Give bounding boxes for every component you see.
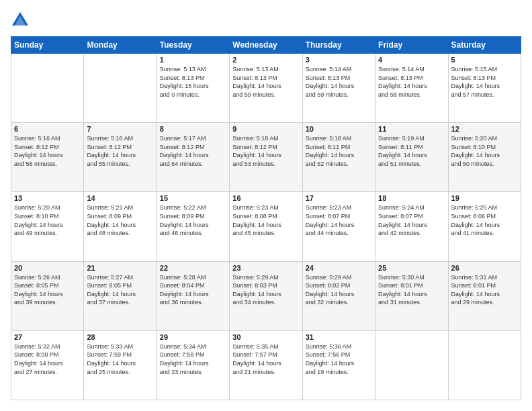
day-info: Sunrise: 5:18 AM Sunset: 8:12 PM Dayligh… xyxy=(232,134,299,168)
calendar-cell: 29Sunrise: 5:34 AM Sunset: 7:58 PM Dayli… xyxy=(157,330,229,400)
weekday-header: Monday xyxy=(84,37,157,54)
day-number: 5 xyxy=(451,56,518,64)
day-info: Sunrise: 5:29 AM Sunset: 8:02 PM Dayligh… xyxy=(306,273,372,307)
calendar-cell: 4Sunrise: 5:14 AM Sunset: 8:13 PM Daylig… xyxy=(375,54,448,123)
logo xyxy=(11,11,32,30)
day-info: Sunrise: 5:27 AM Sunset: 8:05 PM Dayligh… xyxy=(87,273,153,307)
day-number: 15 xyxy=(160,194,226,202)
calendar-cell: 24Sunrise: 5:29 AM Sunset: 8:02 PM Dayli… xyxy=(302,261,375,330)
calendar-cell: 23Sunrise: 5:29 AM Sunset: 8:03 PM Dayli… xyxy=(230,261,302,330)
calendar-cell: 5Sunrise: 5:15 AM Sunset: 8:13 PM Daylig… xyxy=(448,54,521,123)
calendar-cell xyxy=(11,54,84,123)
day-info: Sunrise: 5:36 AM Sunset: 7:56 PM Dayligh… xyxy=(306,342,372,376)
day-info: Sunrise: 5:28 AM Sunset: 8:04 PM Dayligh… xyxy=(160,273,226,307)
weekday-header-row: SundayMondayTuesdayWednesdayThursdayFrid… xyxy=(11,37,521,54)
day-number: 6 xyxy=(14,125,81,133)
calendar-cell xyxy=(375,330,448,400)
logo-icon xyxy=(11,11,30,30)
calendar-cell: 25Sunrise: 5:30 AM Sunset: 8:01 PM Dayli… xyxy=(375,261,448,330)
weekday-header: Wednesday xyxy=(230,37,302,54)
calendar-cell: 22Sunrise: 5:28 AM Sunset: 8:04 PM Dayli… xyxy=(157,261,229,330)
calendar-cell xyxy=(84,54,157,123)
day-number: 14 xyxy=(87,194,153,202)
day-info: Sunrise: 5:18 AM Sunset: 8:11 PM Dayligh… xyxy=(306,134,372,168)
calendar-cell: 19Sunrise: 5:25 AM Sunset: 8:06 PM Dayli… xyxy=(448,192,521,261)
day-info: Sunrise: 5:29 AM Sunset: 8:03 PM Dayligh… xyxy=(232,273,299,307)
calendar-cell: 18Sunrise: 5:24 AM Sunset: 8:07 PM Dayli… xyxy=(375,192,448,261)
calendar-cell xyxy=(448,330,521,400)
day-number: 29 xyxy=(160,333,226,341)
calendar-cell: 6Sunrise: 5:16 AM Sunset: 8:12 PM Daylig… xyxy=(11,123,84,192)
day-info: Sunrise: 5:23 AM Sunset: 8:07 PM Dayligh… xyxy=(306,203,372,237)
calendar-cell: 11Sunrise: 5:19 AM Sunset: 8:11 PM Dayli… xyxy=(375,123,448,192)
calendar-week-row: 6Sunrise: 5:16 AM Sunset: 8:12 PM Daylig… xyxy=(11,123,521,192)
calendar-table: SundayMondayTuesdayWednesdayThursdayFrid… xyxy=(11,36,521,400)
day-number: 2 xyxy=(232,56,299,64)
calendar-page: SundayMondayTuesdayWednesdayThursdayFrid… xyxy=(0,0,532,411)
day-number: 12 xyxy=(451,125,518,133)
day-info: Sunrise: 5:30 AM Sunset: 8:01 PM Dayligh… xyxy=(378,273,445,307)
calendar-cell: 31Sunrise: 5:36 AM Sunset: 7:56 PM Dayli… xyxy=(302,330,375,400)
day-number: 31 xyxy=(306,333,372,341)
calendar-cell: 16Sunrise: 5:23 AM Sunset: 8:08 PM Dayli… xyxy=(230,192,302,261)
day-number: 27 xyxy=(14,333,81,341)
day-info: Sunrise: 5:22 AM Sunset: 8:09 PM Dayligh… xyxy=(160,203,226,237)
day-info: Sunrise: 5:17 AM Sunset: 8:12 PM Dayligh… xyxy=(160,134,226,168)
day-number: 18 xyxy=(378,194,445,202)
day-number: 17 xyxy=(306,194,372,202)
day-number: 10 xyxy=(306,125,372,133)
day-info: Sunrise: 5:14 AM Sunset: 8:13 PM Dayligh… xyxy=(378,65,445,99)
day-number: 16 xyxy=(232,194,299,202)
day-number: 20 xyxy=(14,264,81,272)
day-info: Sunrise: 5:35 AM Sunset: 7:57 PM Dayligh… xyxy=(232,342,299,376)
calendar-cell: 20Sunrise: 5:26 AM Sunset: 8:05 PM Dayli… xyxy=(11,261,84,330)
day-number: 4 xyxy=(378,56,445,64)
day-number: 8 xyxy=(160,125,226,133)
day-number: 1 xyxy=(160,56,226,64)
day-info: Sunrise: 5:23 AM Sunset: 8:08 PM Dayligh… xyxy=(232,203,299,237)
calendar-week-row: 1Sunrise: 5:13 AM Sunset: 8:13 PM Daylig… xyxy=(11,54,521,123)
day-info: Sunrise: 5:16 AM Sunset: 8:12 PM Dayligh… xyxy=(14,134,81,168)
day-number: 22 xyxy=(160,264,226,272)
day-number: 30 xyxy=(232,333,299,341)
calendar-cell: 1Sunrise: 5:13 AM Sunset: 8:13 PM Daylig… xyxy=(157,54,229,123)
calendar-cell: 7Sunrise: 5:16 AM Sunset: 8:12 PM Daylig… xyxy=(84,123,157,192)
header xyxy=(11,11,521,30)
day-info: Sunrise: 5:19 AM Sunset: 8:11 PM Dayligh… xyxy=(378,134,445,168)
day-info: Sunrise: 5:21 AM Sunset: 8:09 PM Dayligh… xyxy=(87,203,153,237)
day-info: Sunrise: 5:25 AM Sunset: 8:06 PM Dayligh… xyxy=(451,203,518,237)
day-info: Sunrise: 5:13 AM Sunset: 8:13 PM Dayligh… xyxy=(232,65,299,99)
weekday-header: Sunday xyxy=(11,37,84,54)
calendar-cell: 2Sunrise: 5:13 AM Sunset: 8:13 PM Daylig… xyxy=(230,54,302,123)
day-info: Sunrise: 5:31 AM Sunset: 8:01 PM Dayligh… xyxy=(451,273,518,307)
day-number: 24 xyxy=(306,264,372,272)
calendar-cell: 13Sunrise: 5:20 AM Sunset: 8:10 PM Dayli… xyxy=(11,192,84,261)
day-info: Sunrise: 5:33 AM Sunset: 7:59 PM Dayligh… xyxy=(87,342,153,376)
calendar-cell: 9Sunrise: 5:18 AM Sunset: 8:12 PM Daylig… xyxy=(230,123,302,192)
day-info: Sunrise: 5:16 AM Sunset: 8:12 PM Dayligh… xyxy=(87,134,153,168)
calendar-cell: 8Sunrise: 5:17 AM Sunset: 8:12 PM Daylig… xyxy=(157,123,229,192)
day-info: Sunrise: 5:20 AM Sunset: 8:10 PM Dayligh… xyxy=(14,203,81,237)
calendar-week-row: 27Sunrise: 5:32 AM Sunset: 8:00 PM Dayli… xyxy=(11,330,521,400)
calendar-cell: 30Sunrise: 5:35 AM Sunset: 7:57 PM Dayli… xyxy=(230,330,302,400)
calendar-cell: 3Sunrise: 5:14 AM Sunset: 8:13 PM Daylig… xyxy=(302,54,375,123)
day-info: Sunrise: 5:15 AM Sunset: 8:13 PM Dayligh… xyxy=(451,65,518,99)
day-info: Sunrise: 5:24 AM Sunset: 8:07 PM Dayligh… xyxy=(378,203,445,237)
day-info: Sunrise: 5:34 AM Sunset: 7:58 PM Dayligh… xyxy=(160,342,226,376)
calendar-week-row: 20Sunrise: 5:26 AM Sunset: 8:05 PM Dayli… xyxy=(11,261,521,330)
calendar-cell: 17Sunrise: 5:23 AM Sunset: 8:07 PM Dayli… xyxy=(302,192,375,261)
day-number: 9 xyxy=(232,125,299,133)
day-info: Sunrise: 5:13 AM Sunset: 8:13 PM Dayligh… xyxy=(160,65,226,99)
calendar-cell: 10Sunrise: 5:18 AM Sunset: 8:11 PM Dayli… xyxy=(302,123,375,192)
weekday-header: Saturday xyxy=(448,37,521,54)
day-number: 26 xyxy=(451,264,518,272)
day-info: Sunrise: 5:26 AM Sunset: 8:05 PM Dayligh… xyxy=(14,273,81,307)
day-number: 19 xyxy=(451,194,518,202)
calendar-cell: 26Sunrise: 5:31 AM Sunset: 8:01 PM Dayli… xyxy=(448,261,521,330)
weekday-header: Tuesday xyxy=(157,37,229,54)
weekday-header: Friday xyxy=(375,37,448,54)
day-number: 11 xyxy=(378,125,445,133)
calendar-week-row: 13Sunrise: 5:20 AM Sunset: 8:10 PM Dayli… xyxy=(11,192,521,261)
calendar-cell: 27Sunrise: 5:32 AM Sunset: 8:00 PM Dayli… xyxy=(11,330,84,400)
day-number: 25 xyxy=(378,264,445,272)
